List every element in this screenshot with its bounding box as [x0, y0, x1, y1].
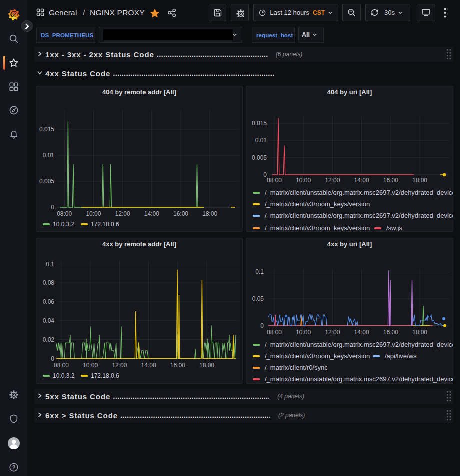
- svg-text:0.015: 0.015: [39, 126, 54, 133]
- svg-text:0.1: 0.1: [255, 268, 264, 275]
- svg-text:08:00: 08:00: [57, 210, 72, 217]
- svg-text:10.0.3.2: 10.0.3.2: [53, 372, 75, 379]
- svg-text:18:00: 18:00: [199, 362, 214, 369]
- svg-text:0.005: 0.005: [252, 154, 267, 161]
- svg-text:16:00: 16:00: [383, 177, 398, 184]
- svg-text:0.01: 0.01: [43, 152, 55, 159]
- svg-text:?: ?: [12, 464, 15, 470]
- svg-text:0.06: 0.06: [43, 298, 55, 305]
- svg-text:14:00: 14:00: [144, 210, 159, 217]
- svg-text:10:00: 10:00: [86, 210, 101, 217]
- svg-text:14:00: 14:00: [354, 329, 369, 336]
- svg-text:0.05: 0.05: [252, 295, 264, 302]
- svg-text:18:00: 18:00: [412, 329, 427, 336]
- svg-text:12:00: 12:00: [115, 210, 130, 217]
- svg-text:14:00: 14:00: [141, 362, 156, 369]
- svg-text:/api/live/ws: /api/live/ws: [385, 352, 417, 360]
- svg-text:0.04: 0.04: [43, 317, 55, 324]
- svg-text:12:00: 12:00: [325, 329, 340, 336]
- svg-text:08:00: 08:00: [54, 362, 69, 369]
- svg-text:0.005: 0.005: [39, 178, 54, 185]
- svg-text:10:00: 10:00: [296, 329, 311, 336]
- svg-text:/_matrix/client/unstable/org.m: /_matrix/client/unstable/org.matrix.msc2…: [265, 375, 453, 383]
- svg-text:0: 0: [260, 322, 264, 329]
- svg-text:10.0.3.2: 10.0.3.2: [53, 221, 75, 228]
- svg-text:/sw.js: /sw.js: [386, 224, 402, 232]
- svg-text:12:00: 12:00: [112, 362, 127, 369]
- svg-text:16:00: 16:00: [383, 329, 398, 336]
- svg-text:/_matrix/client/r0/sync: /_matrix/client/r0/sync: [265, 364, 328, 371]
- svg-text:/_matrix/client/v3/room_keys/v: /_matrix/client/v3/room_keys/version: [265, 200, 370, 208]
- svg-text:08:00: 08:00: [267, 329, 282, 336]
- svg-text:/_matrix/client/v3/room_keys/v: /_matrix/client/v3/room_keys/version: [265, 352, 370, 360]
- svg-text:0: 0: [51, 355, 54, 362]
- svg-text:/_matrix/client/unstable/org.m: /_matrix/client/unstable/org.matrix.msc2…: [265, 189, 453, 196]
- svg-text:0.08: 0.08: [43, 279, 55, 286]
- svg-text:14:00: 14:00: [354, 177, 369, 184]
- svg-text:172.18.0.6: 172.18.0.6: [91, 372, 119, 379]
- svg-text:18:00: 18:00: [202, 210, 217, 217]
- svg-text:18:00: 18:00: [412, 177, 427, 184]
- svg-text:/_matrix/client/unstable/org.m: /_matrix/client/unstable/org.matrix.msc2…: [265, 341, 453, 348]
- svg-text:/_matrix/client/v3/room_keys/v: /_matrix/client/v3/room_keys/version: [265, 224, 370, 232]
- svg-text:10:00: 10:00: [296, 177, 311, 184]
- svg-text:0.02: 0.02: [43, 336, 55, 343]
- svg-text:0.01: 0.01: [255, 137, 267, 144]
- svg-text:0: 0: [51, 204, 54, 211]
- svg-text:16:00: 16:00: [170, 362, 185, 369]
- svg-text:0.1: 0.1: [46, 261, 54, 268]
- svg-text:/_matrix/client/unstable/org.m: /_matrix/client/unstable/org.matrix.msc2…: [265, 212, 453, 219]
- svg-text:10:00: 10:00: [83, 362, 98, 369]
- svg-text:12:00: 12:00: [325, 177, 340, 184]
- svg-text:16:00: 16:00: [173, 210, 188, 217]
- svg-text:172.18.0.6: 172.18.0.6: [91, 221, 119, 228]
- svg-text:08:00: 08:00: [267, 177, 282, 184]
- svg-text:0.015: 0.015: [252, 120, 267, 127]
